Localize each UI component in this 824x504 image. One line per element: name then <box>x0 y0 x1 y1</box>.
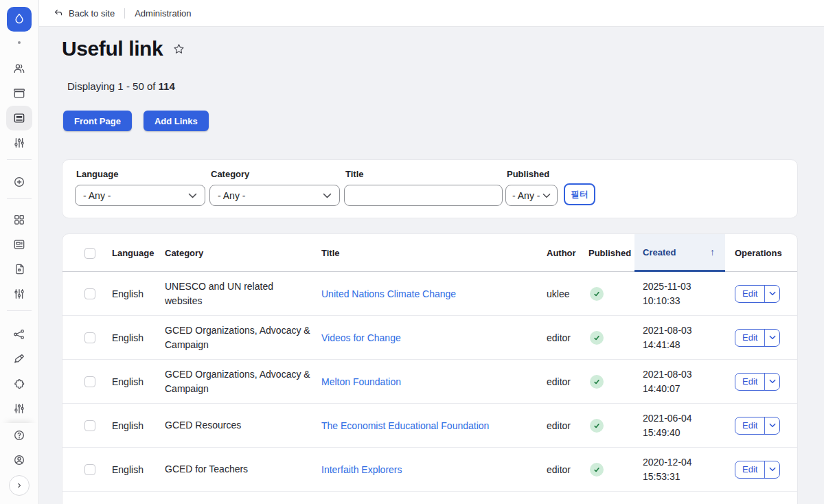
administration-link[interactable]: Administration <box>135 8 191 19</box>
edit-dropbutton[interactable]: Edit <box>735 285 780 303</box>
result-total: 114 <box>159 80 175 92</box>
sidebar-item-workflow[interactable] <box>6 322 32 347</box>
sidebar-collapse-button[interactable] <box>9 475 30 496</box>
sidebar-item-media[interactable] <box>6 130 32 155</box>
row-created: 2020-12-04 15:53:31 <box>634 455 725 484</box>
row-checkbox[interactable] <box>84 376 95 387</box>
edit-button-label[interactable]: Edit <box>735 417 765 434</box>
sidebar-item-configuration[interactable] <box>6 282 32 306</box>
sidebar-item-files[interactable] <box>6 257 32 282</box>
edit-dropdown-toggle[interactable] <box>765 330 779 346</box>
language-filter-select[interactable]: - Any - <box>75 185 205 206</box>
drag-dot-icon <box>18 41 21 44</box>
back-to-site-label: Back to site <box>69 8 115 19</box>
created-time: 10:10:33 <box>643 294 725 308</box>
language-filter-label: Language <box>76 169 205 179</box>
row-language: English <box>112 376 165 387</box>
row-category: GCED Organizations, Advocacy & Campaign <box>165 367 321 396</box>
row-checkbox[interactable] <box>84 332 95 343</box>
category-filter-label: Category <box>211 169 340 179</box>
topbar-divider <box>124 8 125 19</box>
archive-box-icon <box>12 87 26 100</box>
edit-button-label[interactable]: Edit <box>735 374 765 390</box>
sidebar-item-appearance[interactable] <box>6 347 32 371</box>
row-title-link[interactable]: Interfaith Explorers <box>321 464 402 475</box>
row-checkbox[interactable] <box>84 464 95 475</box>
title-filter-input[interactable] <box>344 185 503 206</box>
row-checkbox[interactable] <box>84 420 95 431</box>
add-links-button[interactable]: Add Links <box>144 111 209 131</box>
created-date: 2025-11-03 <box>643 279 725 294</box>
row-author: editor <box>547 420 588 431</box>
grid-icon <box>12 213 26 227</box>
chevron-right-icon <box>14 481 24 490</box>
published-badge <box>590 331 604 345</box>
edit-dropbutton[interactable]: Edit <box>735 373 780 391</box>
page-title: Useful link <box>62 36 163 61</box>
column-header-created-sort[interactable]: Created ↑ <box>634 234 725 272</box>
row-author: editor <box>547 464 588 475</box>
back-to-site-link[interactable]: Back to site <box>54 8 115 19</box>
edit-dropdown-toggle[interactable] <box>765 461 779 478</box>
panel-icon <box>12 238 26 251</box>
edit-button-label[interactable]: Edit <box>735 330 765 346</box>
sidebar-item-people[interactable] <box>6 56 32 81</box>
edit-button-label[interactable]: Edit <box>735 286 765 302</box>
chevron-down-icon <box>769 335 776 340</box>
row-title-link[interactable]: Melton Foundation <box>321 376 401 387</box>
user-circle-icon <box>12 453 26 467</box>
edit-dropbutton[interactable]: Edit <box>735 417 780 435</box>
row-created: 2021-08-03 14:40:07 <box>634 367 725 396</box>
edit-dropbutton[interactable]: Edit <box>735 461 780 479</box>
created-date: 2021-06-04 <box>643 411 725 426</box>
table-row: English GCED Resources The Economist Edu… <box>62 404 797 448</box>
sidebar-item-help[interactable] <box>6 423 32 448</box>
front-page-button[interactable]: Front Page <box>63 111 132 131</box>
published-badge <box>590 287 604 301</box>
edit-dropdown-toggle[interactable] <box>765 286 779 302</box>
created-time: 15:49:40 <box>643 426 725 440</box>
row-language: English <box>112 332 165 343</box>
sidebar-item-archive[interactable] <box>6 81 32 106</box>
check-icon <box>593 378 600 385</box>
created-header-label: Created <box>643 247 676 257</box>
drupal-drop-icon <box>12 12 26 26</box>
row-language: English <box>112 288 165 299</box>
created-date: 2020-12-04 <box>643 455 725 470</box>
filter-submit-button[interactable]: 필터 <box>564 183 595 205</box>
edit-dropdown-toggle[interactable] <box>765 374 779 390</box>
sidebar-item-extend[interactable] <box>6 371 32 396</box>
published-badge <box>590 419 604 433</box>
row-title-link[interactable]: Videos for Change <box>321 332 401 343</box>
row-title-link[interactable]: United Nations Climate Change <box>321 288 456 299</box>
published-filter-select[interactable]: - Any - <box>505 185 558 206</box>
sidebar-divider <box>7 159 32 160</box>
edit-dropbutton[interactable]: Edit <box>735 329 780 347</box>
row-title-link[interactable]: The Economist Educational Foundation <box>321 420 489 431</box>
chevron-down-icon <box>769 467 776 472</box>
check-icon <box>593 466 600 473</box>
sidebar-item-blocks[interactable] <box>6 207 32 232</box>
chevron-down-icon <box>769 379 776 384</box>
row-checkbox[interactable] <box>84 288 95 299</box>
column-header-operations: Operations <box>725 248 797 258</box>
table-header: Language Category Title Author Published… <box>62 234 797 272</box>
sidebar-divider <box>7 198 32 199</box>
check-icon <box>593 422 600 429</box>
sidebar-item-account[interactable] <box>6 448 32 472</box>
sidebar-item-structure[interactable] <box>6 232 32 257</box>
drupal-logo[interactable] <box>7 7 32 32</box>
row-created: 2021-08-03 14:41:48 <box>634 323 725 352</box>
topbar: Back to site Administration <box>39 0 824 27</box>
sidebar-item-content[interactable] <box>6 106 32 130</box>
check-icon <box>593 334 600 341</box>
edit-button-label[interactable]: Edit <box>735 461 765 478</box>
chevron-down-icon <box>769 291 776 296</box>
select-all-checkbox[interactable] <box>84 248 95 259</box>
category-filter-select[interactable]: - Any - <box>209 185 340 206</box>
created-date: 2021-08-03 <box>643 367 725 382</box>
sidebar-item-settings[interactable] <box>6 396 32 421</box>
favorite-star-icon[interactable] <box>172 43 185 56</box>
sidebar-item-add-content[interactable] <box>6 170 32 194</box>
edit-dropdown-toggle[interactable] <box>765 417 779 434</box>
